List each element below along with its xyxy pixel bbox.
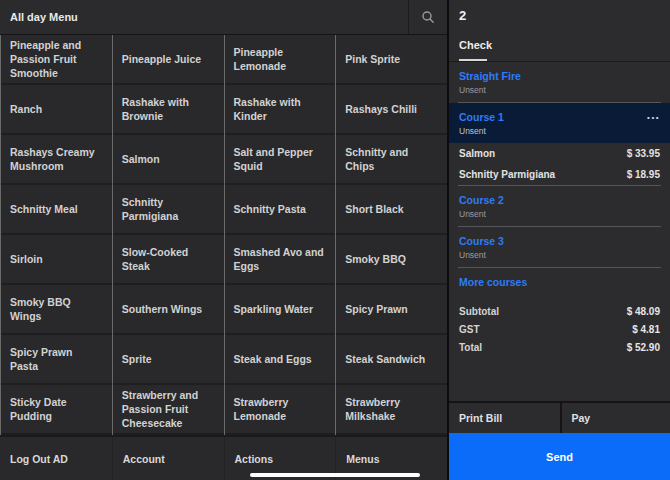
- totals: Subtotal$ 48.09GST$ 4.81Total$ 52.90: [449, 302, 670, 356]
- menu-item-label: Smoky BBQ Wings: [10, 295, 103, 323]
- menu-item-label: Steak Sandwich: [345, 352, 425, 366]
- menu-item-label: Ranch: [10, 102, 42, 116]
- bottom-bar-item[interactable]: Account: [112, 437, 224, 480]
- menu-topbar: All day Menu: [0, 0, 447, 35]
- course-status: Unsent: [459, 85, 660, 95]
- course-name: Course 3: [459, 235, 660, 247]
- menu-item[interactable]: Schnitty Parmigiana: [113, 185, 224, 235]
- course-section[interactable]: Straight FireUnsent: [449, 62, 670, 102]
- menu-item-label: Salt and Pepper Squid: [234, 145, 327, 173]
- course-name: Straight Fire: [459, 70, 660, 82]
- course-section[interactable]: Course 3Unsent: [449, 227, 670, 267]
- total-value: $ 52.90: [627, 342, 660, 353]
- tab-check-label: Check: [459, 39, 492, 51]
- order-item[interactable]: Schnitty Parmigiana$ 18.95: [449, 164, 670, 185]
- check-sections: Straight FireUnsentCourse 1Unsent•••Salm…: [449, 62, 670, 294]
- menu-item[interactable]: Sprite: [113, 335, 224, 385]
- menu-item-label: Sprite: [122, 352, 152, 366]
- course-status: Unsent: [459, 209, 660, 219]
- menu-item[interactable]: Smoky BBQ: [336, 235, 447, 285]
- guest-count: 2: [459, 8, 660, 23]
- order-item[interactable]: Salmon$ 33.95: [449, 143, 670, 164]
- menu-item[interactable]: Smoky BBQ Wings: [1, 285, 112, 335]
- menu-item[interactable]: Rashake with Brownie: [113, 85, 224, 135]
- menu-item-label: Sparkling Water: [234, 302, 314, 316]
- menu-item[interactable]: Ranch: [1, 85, 112, 135]
- order-item-name: Schnitty Parmigiana: [459, 169, 555, 180]
- tab-check[interactable]: Check: [459, 35, 660, 61]
- menu-item[interactable]: Strawberry and Passion Fruit Cheesecake: [113, 385, 224, 435]
- menu-item-label: Rashake with Brownie: [122, 95, 215, 123]
- menu-item[interactable]: Rashays Creamy Mushroom: [1, 135, 112, 185]
- menu-item-label: Sirloin: [10, 252, 43, 266]
- menu-item[interactable]: Strawberry Lemonade: [225, 385, 336, 435]
- total-label: Total: [459, 342, 482, 353]
- menu-item-label: Schnitty Parmigiana: [122, 195, 215, 223]
- total-value: $ 48.09: [627, 306, 660, 317]
- menu-item-label: Salmon: [122, 152, 160, 166]
- course-name: Course 1: [459, 111, 504, 123]
- course-info: Course 2Unsent: [459, 194, 660, 219]
- menu-item-label: Strawberry Lemonade: [234, 395, 327, 423]
- search-button[interactable]: [408, 0, 447, 34]
- menu-item[interactable]: Salmon: [113, 135, 224, 185]
- menu-item-label: Rashake with Kinder: [234, 95, 327, 123]
- send-button[interactable]: Send: [449, 433, 670, 480]
- menu-item[interactable]: Rashays Chilli: [336, 85, 447, 135]
- menu-item[interactable]: Sirloin: [1, 235, 112, 285]
- menu-item-label: Schnitty Pasta: [234, 202, 306, 216]
- spacer: [449, 356, 670, 401]
- menu-item-label: Short Black: [345, 202, 403, 216]
- menu-panel: All day Menu Pineapple and Passion Fruit…: [0, 0, 447, 480]
- menu-item[interactable]: Pineapple and Passion Fruit Smoothie: [1, 35, 112, 85]
- menu-item[interactable]: Schnitty Pasta: [225, 185, 336, 235]
- menu-item[interactable]: Pineapple Juice: [113, 35, 224, 85]
- menu-item[interactable]: Slow-Cooked Steak: [113, 235, 224, 285]
- course-info: Straight FireUnsent: [459, 70, 660, 95]
- menu-item[interactable]: Steak and Eggs: [225, 335, 336, 385]
- pay-button[interactable]: Pay: [560, 403, 670, 433]
- menu-grid: Pineapple and Passion Fruit SmoothiePine…: [0, 35, 447, 435]
- menu-item-label: Schnitty and Chips: [345, 145, 438, 173]
- bottom-bar-item[interactable]: Log Out AD: [0, 437, 112, 480]
- menu-item[interactable]: Pineapple Lemonade: [225, 35, 336, 85]
- check-header: 2 Check: [449, 0, 670, 61]
- menu-item[interactable]: Southern Wings: [113, 285, 224, 335]
- print-bill-button[interactable]: Print Bill: [449, 403, 560, 433]
- ellipsis-icon[interactable]: •••: [647, 111, 660, 122]
- more-courses-link[interactable]: More courses: [449, 268, 670, 294]
- menu-item[interactable]: Strawberry Milkshake: [336, 385, 447, 435]
- course-name: Course 2: [459, 194, 660, 206]
- course-section[interactable]: Course 1Unsent•••: [449, 103, 670, 143]
- menu-item[interactable]: Spicy Prawn: [336, 285, 447, 335]
- menu-item-label: Strawberry Milkshake: [345, 395, 438, 423]
- total-row: Total$ 52.90: [449, 338, 670, 356]
- menu-item-label: Schnitty Meal: [10, 202, 78, 216]
- check-actions: Print Bill Pay: [449, 401, 670, 433]
- menu-item[interactable]: Sticky Date Pudding: [1, 385, 112, 435]
- check-panel: 2 Check Straight FireUnsentCourse 1Unsen…: [447, 0, 670, 480]
- menu-item[interactable]: Sparkling Water: [225, 285, 336, 335]
- menu-item-label: Southern Wings: [122, 302, 202, 316]
- menu-item[interactable]: Spicy Prawn Pasta: [1, 335, 112, 385]
- menu-item[interactable]: Rashake with Kinder: [225, 85, 336, 135]
- menu-item-label: Spicy Prawn: [345, 302, 407, 316]
- menu-item[interactable]: Steak Sandwich: [336, 335, 447, 385]
- course-section[interactable]: Course 2Unsent: [449, 186, 670, 226]
- menu-item[interactable]: Salt and Pepper Squid: [225, 135, 336, 185]
- menu-item[interactable]: Schnitty Meal: [1, 185, 112, 235]
- menu-item-label: Sticky Date Pudding: [10, 395, 103, 423]
- menu-item[interactable]: Pink Sprite: [336, 35, 447, 85]
- menu-item-label: Rashays Chilli: [345, 102, 417, 116]
- order-item-price: $ 33.95: [627, 148, 660, 159]
- search-icon: [421, 10, 435, 24]
- menu-item-label: Steak and Eggs: [234, 352, 312, 366]
- menu-item[interactable]: Smashed Avo and Eggs: [225, 235, 336, 285]
- total-row: Subtotal$ 48.09: [449, 302, 670, 320]
- menu-item-label: Spicy Prawn Pasta: [10, 345, 103, 373]
- menu-item[interactable]: Short Black: [336, 185, 447, 235]
- home-indicator[interactable]: [250, 473, 420, 477]
- order-item-price: $ 18.95: [627, 169, 660, 180]
- menu-item[interactable]: Schnitty and Chips: [336, 135, 447, 185]
- menu-item-label: Slow-Cooked Steak: [122, 245, 215, 273]
